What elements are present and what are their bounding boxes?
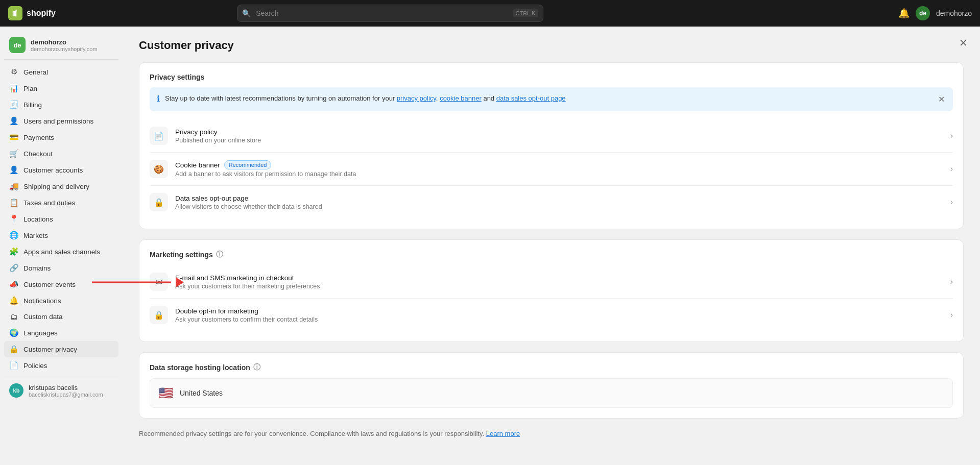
privacy-item-1[interactable]: 🍪 Cookie banner Recommended Add a banner…	[150, 152, 953, 185]
privacy-policy-link[interactable]: privacy policy,	[397, 94, 438, 102]
data-sales-link[interactable]: data sales opt-out page	[496, 94, 566, 102]
marketing-title-1: Double opt-in for marketing	[175, 307, 943, 315]
sidebar-item-policies[interactable]: 📄 Policies	[4, 357, 118, 374]
nav-label-16: Languages	[23, 329, 58, 337]
sidebar-item-customer-privacy[interactable]: 🔒 Customer privacy	[4, 341, 118, 357]
sidebar-item-locations[interactable]: 📍 Locations	[4, 211, 118, 227]
sidebar-item-domains[interactable]: 🔗 Domains	[4, 260, 118, 276]
nav-label-12: Domains	[23, 264, 51, 272]
sidebar-item-general[interactable]: ⚙ General	[4, 64, 118, 80]
shopify-icon	[8, 6, 22, 20]
nav-icon-18: 📄	[9, 361, 18, 370]
cookie-banner-link[interactable]: cookie banner	[440, 94, 482, 102]
logo-text: shopify	[27, 9, 56, 18]
marketing-info-icon[interactable]: ⓘ	[216, 250, 223, 259]
privacy-settings-card: Privacy settings ℹ Stay up to date with …	[139, 62, 964, 229]
page-title: Customer privacy	[139, 39, 964, 52]
nav-icon-1: 📊	[9, 84, 18, 93]
marketing-item-0[interactable]: ✉ E-mail and SMS marketing in checkout A…	[150, 265, 953, 298]
us-flag-icon: 🇺🇸	[158, 386, 174, 400]
nav-label-1: Plan	[23, 85, 37, 92]
storage-info-icon[interactable]: ⓘ	[253, 363, 260, 372]
nav-label-17: Customer privacy	[23, 346, 77, 353]
marketing-item-1[interactable]: 🔒 Double opt-in for marketing Ask your c…	[150, 298, 953, 331]
info-banner: ℹ Stay up to date with latest recommenda…	[150, 87, 953, 111]
red-arrow	[92, 275, 184, 290]
item-content-1: Cookie banner Recommended Add a banner t…	[175, 160, 943, 178]
nav-label-0: General	[23, 68, 48, 76]
nav-icon-10: 🌐	[9, 231, 18, 240]
marketing-chevron-0: ›	[950, 277, 953, 286]
topnav-right: 🔔 de demohorzo	[898, 6, 972, 20]
nav-label-3: Users and permissions	[23, 117, 93, 125]
sidebar-item-notifications[interactable]: 🔔 Notifications	[4, 292, 118, 309]
privacy-items-list: 📄 Privacy policy Published on your onlin…	[150, 119, 953, 218]
store-name: demohorzo	[31, 38, 98, 46]
search-bar[interactable]: 🔍 CTRL K	[237, 5, 543, 22]
sidebar-item-languages[interactable]: 🌍 Languages	[4, 325, 118, 341]
item-icon-1: 🍪	[150, 160, 168, 178]
sidebar-nav: ⚙ General 📊 Plan 🧾 Billing 👤 Users and p…	[4, 64, 118, 374]
nav-icon-15: 🗂	[9, 312, 18, 321]
nav-icon-14: 🔔	[9, 296, 18, 305]
item-icon-0: 📄	[150, 127, 168, 145]
store-info: demohorzo demohorzo.myshopify.com	[31, 38, 98, 52]
bottom-user-email: baceliskristupas7@gmail.com	[29, 391, 103, 398]
item-chevron-0: ›	[950, 131, 953, 140]
store-header[interactable]: de demohorzo demohorzo.myshopify.com	[4, 33, 118, 60]
data-storage-title: Data storage hosting location ⓘ	[150, 363, 953, 372]
nav-label-5: Checkout	[23, 150, 53, 158]
bell-icon[interactable]: 🔔	[898, 8, 910, 19]
nav-label-18: Policies	[23, 362, 47, 370]
sidebar-item-apps-and-sales-channels[interactable]: 🧩 Apps and sales channels	[4, 243, 118, 260]
marketing-chevron-1: ›	[950, 310, 953, 320]
search-input[interactable]	[237, 5, 543, 22]
user-avatar[interactable]: de	[916, 6, 930, 20]
nav-label-7: Shipping and delivery	[23, 183, 89, 190]
user-name[interactable]: demohorzo	[936, 9, 972, 17]
item-subtitle-1: Add a banner to ask visitors for permiss…	[175, 170, 943, 178]
sidebar-item-taxes-and-duties[interactable]: 📋 Taxes and duties	[4, 194, 118, 211]
close-button[interactable]: ✕	[959, 37, 968, 49]
sidebar-item-billing[interactable]: 🧾 Billing	[4, 96, 118, 113]
sidebar-item-plan[interactable]: 📊 Plan	[4, 80, 118, 96]
sidebar-item-custom-data[interactable]: 🗂 Custom data	[4, 309, 118, 325]
nav-icon-6: 👤	[9, 165, 18, 175]
nav-label-4: Payments	[23, 134, 54, 141]
nav-label-2: Billing	[23, 101, 42, 109]
item-icon-2: 🔒	[150, 193, 168, 211]
bottom-user-name: kristupas bacelis	[29, 384, 103, 391]
item-content-2: Data sales opt-out page Allow visitors t…	[175, 194, 943, 210]
item-subtitle-2: Allow visitors to choose whether their d…	[175, 203, 943, 210]
marketing-subtitle-0: Ask your customers for their marketing p…	[175, 283, 943, 290]
sidebar-item-checkout[interactable]: 🛒 Checkout	[4, 145, 118, 162]
item-title-0: Privacy policy	[175, 128, 943, 136]
bottom-user-avatar: kb	[9, 383, 23, 398]
sidebar-item-shipping-and-delivery[interactable]: 🚚 Shipping and delivery	[4, 178, 118, 194]
store-url: demohorzo.myshopify.com	[31, 46, 98, 52]
banner-close-button[interactable]: ✕	[937, 93, 946, 105]
shopify-logo[interactable]: shopify	[8, 6, 56, 20]
nav-label-10: Markets	[23, 232, 48, 239]
privacy-item-0[interactable]: 📄 Privacy policy Published on your onlin…	[150, 119, 953, 152]
marketing-settings-card: Marketing settings ⓘ ✉ E-mail and SMS ma…	[139, 239, 964, 342]
nav-icon-5: 🛒	[9, 149, 18, 158]
sidebar-item-users-and-permissions[interactable]: 👤 Users and permissions	[4, 113, 118, 129]
country-name: United States	[180, 389, 223, 397]
nav-icon-8: 📋	[9, 198, 18, 207]
sidebar-item-payments[interactable]: 💳 Payments	[4, 129, 118, 145]
nav-icon-9: 📍	[9, 214, 18, 224]
privacy-item-2[interactable]: 🔒 Data sales opt-out page Allow visitors…	[150, 185, 953, 218]
sidebar-item-customer-accounts[interactable]: 👤 Customer accounts	[4, 162, 118, 178]
marketing-content-0: E-mail and SMS marketing in checkout Ask…	[175, 274, 943, 290]
content-area: ✕ Customer privacy Privacy settings ℹ St…	[123, 27, 980, 465]
search-icon: 🔍	[242, 9, 251, 17]
learn-more-link[interactable]: Learn more	[486, 430, 520, 437]
bottom-user[interactable]: kb kristupas bacelis baceliskristupas7@g…	[4, 378, 118, 403]
main-layout: de demohorzo demohorzo.myshopify.com ⚙ G…	[0, 27, 980, 465]
item-content-0: Privacy policy Published on your online …	[175, 128, 943, 144]
nav-label-13: Customer events	[23, 281, 76, 288]
sidebar-item-markets[interactable]: 🌐 Markets	[4, 227, 118, 243]
data-storage-card: Data storage hosting location ⓘ 🇺🇸 Unite…	[139, 352, 964, 419]
nav-label-11: Apps and sales channels	[23, 248, 100, 256]
